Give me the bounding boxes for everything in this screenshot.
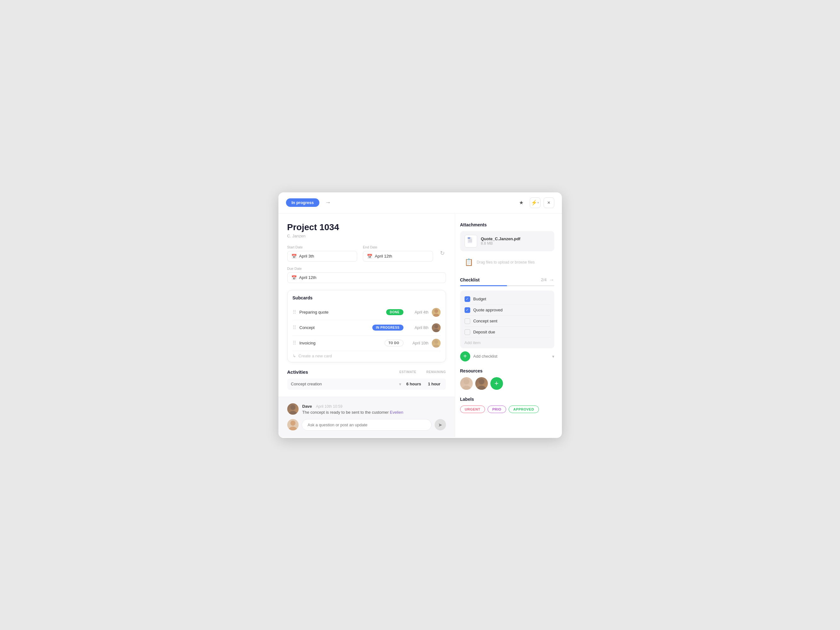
subcard-avatar xyxy=(432,308,441,317)
checklist-checkbox-deposit[interactable] xyxy=(464,329,470,335)
checklist-checkbox-budget[interactable] xyxy=(464,296,470,302)
upload-area[interactable]: 📋 Drag files to upload or browse files xyxy=(460,254,554,270)
attachments-title: Attachments xyxy=(460,222,554,227)
estimate-col-label: ESTIMATE xyxy=(399,370,416,374)
activity-row: Concept creation ▾ 6 hours 1 hour xyxy=(287,378,446,390)
status-badge[interactable]: In progress xyxy=(286,198,320,207)
labels-row: URGENT PRIO APPROVED xyxy=(460,406,554,413)
create-card-label: Create a new card xyxy=(298,354,332,358)
drag-handle-icon: ⠿ xyxy=(293,340,296,346)
subcards-panel: Subcards ⠿ Preparing quote DONE April 4t… xyxy=(287,290,446,362)
refresh-button[interactable]: ↻ xyxy=(439,245,446,261)
checklist-progress-bar xyxy=(460,285,507,286)
start-date-input[interactable]: 📅 April 3th xyxy=(287,251,357,261)
svg-rect-12 xyxy=(468,238,470,238)
label-prio[interactable]: PRIO xyxy=(488,406,506,413)
checklist-item: Budget xyxy=(464,294,550,305)
attachment-name: Quote_C.Janzen.pdf xyxy=(481,236,550,241)
svg-point-6 xyxy=(291,405,295,410)
send-icon: ➤ xyxy=(438,422,442,428)
add-checklist-button[interactable]: + xyxy=(460,351,470,361)
resource-avatar-1[interactable] xyxy=(460,377,473,390)
svg-point-15 xyxy=(464,379,469,384)
svg-point-17 xyxy=(479,379,485,384)
checklist-checkbox-concept[interactable] xyxy=(464,318,470,324)
subcard-status-done[interactable]: DONE xyxy=(386,309,403,315)
activity-remaining: 1 hour xyxy=(426,381,442,386)
add-checklist-input[interactable] xyxy=(474,354,549,359)
label-approved[interactable]: APPROVED xyxy=(508,406,539,413)
svg-point-5 xyxy=(433,345,439,348)
due-date-input[interactable]: 📅 April 12th xyxy=(287,272,446,283)
checklist-count: 2/4 xyxy=(541,277,546,282)
attachment-size: 8.8 MB xyxy=(481,241,550,246)
labels-section: Labels URGENT PRIO APPROVED xyxy=(460,397,554,413)
svg-point-8 xyxy=(291,421,295,426)
calendar-icon: 📅 xyxy=(291,254,297,259)
due-date-value: April 12th xyxy=(299,275,317,280)
attachment-info: Quote_C.Janzen.pdf 8.8 MB xyxy=(481,236,550,246)
subcard-row[interactable]: ⠿ Invoicing TO DO April 10th xyxy=(293,335,441,351)
top-bar-left: In progress → xyxy=(286,198,333,207)
comments-section: Dave April 10th 10:59 The concept is rea… xyxy=(278,397,455,437)
star-button[interactable]: ★ xyxy=(516,197,527,208)
comment-input-avatar xyxy=(287,419,298,430)
svg-point-2 xyxy=(434,324,438,328)
top-bar: In progress → ★ ⚡ ▾ × xyxy=(278,192,562,213)
attachments-section: Attachments Quote_C.Janzen.pdf 8.8 MB 📋 … xyxy=(460,222,554,270)
checklist-item: Deposit due xyxy=(464,327,550,338)
comment-time: April 10th 10:59 xyxy=(316,404,343,409)
end-date-field: End date 📅 April 12th xyxy=(363,245,433,261)
label-urgent[interactable]: URGENT xyxy=(460,406,485,413)
comment-input[interactable] xyxy=(302,419,431,431)
modal: In progress → ★ ⚡ ▾ × Project 1034 C. Ja… xyxy=(278,192,562,438)
labels-title: Labels xyxy=(460,397,554,402)
comment-text-before: The concept is ready to be sent to the c… xyxy=(302,410,390,415)
add-item-row[interactable]: Add item xyxy=(464,338,550,345)
resources-title: Resources xyxy=(460,369,554,373)
svg-point-1 xyxy=(433,313,439,317)
checklist-item: Concept sent xyxy=(464,316,550,327)
due-date-row: Due date 📅 April 12th xyxy=(287,267,446,283)
star-icon: ★ xyxy=(519,200,523,206)
checklist-expand-icon[interactable]: → xyxy=(549,277,554,283)
create-card-button[interactable]: ↳ Create a new card xyxy=(293,351,441,359)
add-resource-button[interactable]: + xyxy=(490,377,503,390)
subcard-date: April 8th xyxy=(407,326,429,330)
left-column: Project 1034 C. Janzen Start date 📅 Apri… xyxy=(278,213,455,437)
attachment-item[interactable]: Quote_C.Janzen.pdf 8.8 MB xyxy=(460,231,554,251)
comment-link[interactable]: Evelien xyxy=(390,410,403,415)
status-arrow-button[interactable]: → xyxy=(322,198,333,207)
svg-point-0 xyxy=(434,309,438,313)
start-date-value: April 3th xyxy=(299,254,314,258)
resources-section: Resources + xyxy=(460,369,554,390)
subcard-status-todo[interactable]: TO DO xyxy=(385,340,403,346)
subcards-title: Subcards xyxy=(293,295,441,300)
subcard-row[interactable]: ⠿ Preparing quote DONE April 4th xyxy=(293,305,441,320)
right-column: Attachments Quote_C.Janzen.pdf 8.8 MB 📋 … xyxy=(455,213,562,437)
send-button[interactable]: ➤ xyxy=(435,419,446,430)
create-card-arrow-icon: ↳ xyxy=(293,354,296,358)
checklist-label-quote: Quote approved xyxy=(474,308,503,312)
end-date-value: April 12th xyxy=(375,254,392,258)
activities-section: Activities ESTIMATE REMAINING Concept cr… xyxy=(287,369,446,390)
activity-name: Concept creation xyxy=(291,381,396,386)
svg-point-9 xyxy=(289,427,297,430)
close-button[interactable]: × xyxy=(544,197,554,208)
top-bar-right: ★ ⚡ ▾ × xyxy=(516,197,554,208)
subcard-name: Invoicing xyxy=(300,341,381,345)
date-row-top: Start date 📅 April 3th End date 📅 April … xyxy=(287,245,446,261)
calendar-icon-end: 📅 xyxy=(367,254,372,259)
bolt-button[interactable]: ⚡ ▾ xyxy=(530,197,540,208)
checklist-title: Checklist xyxy=(460,277,541,282)
activities-header: Activities ESTIMATE REMAINING xyxy=(287,369,446,375)
due-date-label: Due date xyxy=(287,267,446,271)
subcard-status-inprogress[interactable]: IN PROGRESS xyxy=(372,324,403,331)
activity-dropdown-icon[interactable]: ▾ xyxy=(399,381,401,387)
resource-avatar-2[interactable] xyxy=(475,377,488,390)
bolt-icon: ⚡ xyxy=(531,200,537,206)
checklist-checkbox-quote[interactable] xyxy=(464,307,470,313)
subcard-row[interactable]: ⠿ Concept IN PROGRESS April 8th xyxy=(293,320,441,335)
end-date-input[interactable]: 📅 April 12th xyxy=(363,251,433,261)
resource-avatars: + xyxy=(460,377,554,390)
